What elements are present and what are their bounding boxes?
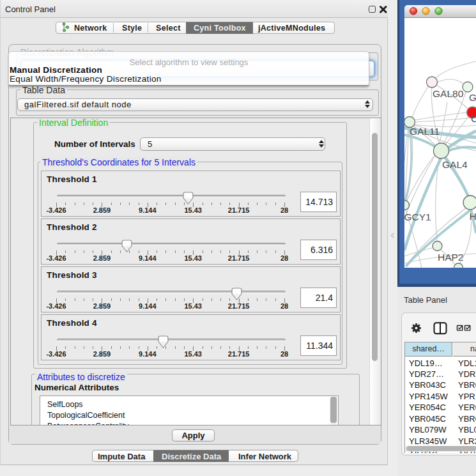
svg-text:GAL4: GAL4: [442, 159, 468, 170]
svg-text:HAP2: HAP2: [438, 252, 464, 263]
svg-text:CYC8: CYC8: [471, 113, 476, 124]
svg-text:HIS4: HIS4: [470, 211, 476, 222]
svg-text:GCY1: GCY1: [404, 211, 431, 222]
svg-text:GAL3: GAL3: [469, 92, 476, 103]
svg-text:GAL11: GAL11: [410, 126, 440, 137]
svg-text:GAL80: GAL80: [433, 88, 464, 99]
